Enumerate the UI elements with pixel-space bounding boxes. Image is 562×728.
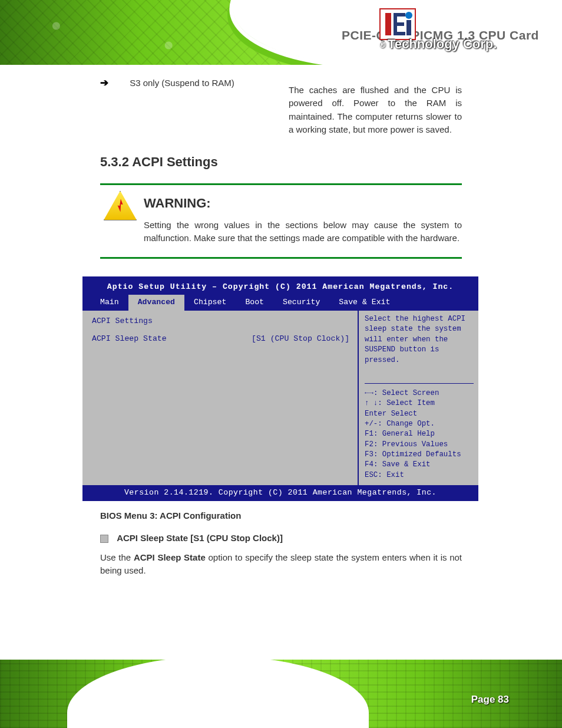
- bios-help-sep: [365, 383, 474, 384]
- bios-key-2: Enter Select: [365, 409, 474, 419]
- brand-logo: ® Technology Corp.: [379, 6, 544, 53]
- bios-tab-main[interactable]: Main: [91, 295, 128, 311]
- bios-key-8: ESC: Exit: [365, 470, 474, 480]
- acpi-option-heading: ACPI Sleep State [S1 (CPU Stop Clock)]: [100, 532, 462, 545]
- bios-tab-row: Main Advanced Chipset Boot Security Save…: [82, 295, 478, 311]
- footer-swoop: [71, 660, 365, 728]
- bios-panel: Aptio Setup Utility – Copyright (C) 2011…: [82, 276, 478, 501]
- warning-block: WARNING: Setting the wrong values in the…: [100, 183, 462, 259]
- bios-tab-security[interactable]: Security: [273, 295, 329, 311]
- bios-tab-boot[interactable]: Boot: [236, 295, 273, 311]
- bios-left-pane: ACPI Settings ACPI Sleep State [S1 (CPU …: [82, 311, 358, 485]
- bios-footer: Version 2.14.1219. Copyright (C) 2011 Am…: [82, 485, 478, 501]
- bios-key-7: F4: Save & Exit: [365, 460, 474, 470]
- bios-item-key: ACPI Sleep State: [92, 333, 252, 345]
- brand-name: Technology Corp.: [388, 37, 497, 52]
- registered-symbol: ®: [379, 40, 385, 50]
- bios-key-4: F1: General Help: [365, 429, 474, 439]
- bios-item-value: [S1 (CPU Stop Clock)]: [252, 333, 352, 345]
- bios-left-heading: ACPI Settings: [92, 315, 352, 327]
- arrow-icon: ➔: [100, 77, 108, 88]
- warning-text: Setting the wrong values in the sections…: [144, 219, 462, 245]
- square-icon: [100, 535, 108, 543]
- bios-key-5: F2: Previous Values: [365, 440, 474, 450]
- warning-bottom-rule: [100, 257, 462, 259]
- s3-term: S3 only (Suspend to RAM): [130, 77, 283, 90]
- bios-title: Aptio Setup Utility – Copyright (C) 2011…: [82, 279, 478, 295]
- bios-key-1: ↑ ↓: Select Item: [365, 398, 474, 409]
- acpi-option-body: Use the ACPI Sleep State option to speci…: [100, 551, 462, 578]
- page-content: ➔ S3 only (Suspend to RAM) The caches ar…: [0, 71, 562, 593]
- figure-caption: BIOS Menu 3: ACPI Configuration: [100, 509, 462, 523]
- bios-tab-saveexit[interactable]: Save & Exit: [329, 295, 399, 311]
- section-heading: 5.3.2 ACPI Settings: [100, 152, 462, 172]
- logo-mark: [379, 8, 416, 40]
- bios-key-3: +/-: Change Opt.: [365, 419, 474, 429]
- bios-help-pane: Select the highest ACPI sleep state the …: [358, 311, 478, 485]
- bios-tab-advanced[interactable]: Advanced: [128, 295, 184, 311]
- bios-tab-chipset[interactable]: Chipset: [184, 295, 236, 311]
- s3-description: The caches are flushed and the CPU is po…: [289, 84, 462, 137]
- warning-icon: [104, 191, 137, 220]
- bios-key-6: F3: Optimized Defaults: [365, 450, 474, 460]
- bios-key-0: ←→: Select Screen: [365, 388, 474, 398]
- warning-title: WARNING:: [144, 193, 462, 213]
- bios-item-acpi-sleep[interactable]: ACPI Sleep State [S1 (CPU Stop Clock)]: [92, 333, 352, 345]
- page-number: Page 83: [471, 694, 509, 706]
- bios-help-text: Select the highest ACPI sleep state the …: [365, 314, 474, 365]
